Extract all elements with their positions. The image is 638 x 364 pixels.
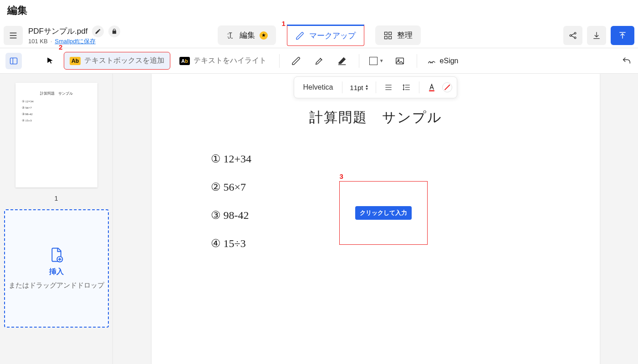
stepper-arrows-icon: ▲▼ [365,84,369,91]
file-name: PDFサンプル.pdf [28,26,87,36]
file-size: 101 KB [28,38,48,45]
chevron-down-icon: ▼ [379,58,384,63]
divider [342,81,342,93]
eraser-tool[interactable] [332,51,352,71]
new-textbox-annotation[interactable]: 3 クリックして入力 [339,181,428,245]
ab-badge-icon: Ab [70,57,81,65]
topbar: PDFサンプル.pdf 101 KB · Smallpdfに保存 編集 ★ 1 … [0,23,638,48]
download-button[interactable] [587,26,606,45]
no-fill-tool[interactable] [442,82,452,92]
panel-icon [9,56,18,66]
select-tool[interactable] [40,53,60,69]
rename-button[interactable] [92,25,104,37]
svg-rect-5 [384,36,387,39]
workspace: 計算問題 サンプル ① 12+34 ② 56×7 ③ 98-42 ④ 15÷3 … [0,74,638,364]
page-thumbnail[interactable]: 計算問題 サンプル ① 12+34 ② 56×7 ③ 98-42 ④ 15÷3 [15,83,97,187]
panel-toggle-button[interactable] [5,53,22,69]
square-icon [369,57,378,65]
signature-icon [427,56,436,66]
align-icon [384,83,393,92]
download-icon [592,31,601,40]
lock-icon [111,28,117,35]
undo-icon [622,56,632,66]
add-textbox-tool[interactable]: 2 Ab テキストボックスを追加 [64,52,170,70]
esign-label: eSign [440,57,459,65]
highlight-badge-icon: Ab [179,57,190,65]
svg-rect-3 [384,32,387,35]
callout-2: 2 [59,43,62,51]
highlight-tool[interactable]: Ab テキストをハイライト [174,52,272,69]
highlight-label: テキストをハイライト [194,56,266,66]
document-title: 計算問題 サンプル [152,108,600,127]
font-size-value: 11pt [350,84,363,91]
hamburger-icon [8,30,18,40]
markup-toolbar: 2 Ab テキストボックスを追加 Ab テキストをハイライト ▼ eSign [0,48,638,74]
font-select[interactable]: Helvetica [299,81,338,93]
problem-line: ① 12+34 [211,152,600,165]
divider [419,81,419,93]
tab-markup[interactable]: 1 マークアップ [287,25,364,46]
callout-3: 3 [340,172,343,180]
highlighter-icon [314,56,324,66]
pencil-icon [95,28,101,35]
font-size-stepper[interactable]: 11pt ▲▼ [347,82,371,93]
image-icon [395,56,405,66]
page-number: 1 [55,195,58,202]
upload-icon [618,31,627,40]
cursor-icon [46,56,55,66]
page-heading: 編集 [0,0,638,23]
canvas[interactable]: Helvetica 11pt ▲▼ 計算問題 サン [113,74,638,364]
undo-button[interactable] [617,51,636,71]
thumb-line: ④ 15÷3 [22,119,91,122]
tab-edit[interactable]: 編集 ★ [218,25,276,45]
divider [417,54,417,68]
svg-line-10 [572,33,575,35]
divider [279,54,280,68]
text-format-bar: Helvetica 11pt ▲▼ [294,76,458,98]
line-spacing-tool[interactable] [399,80,414,95]
divider [376,81,376,93]
topbar-actions [563,26,634,45]
text-color-icon [427,83,436,92]
file-info: PDFサンプル.pdf 101 KB · Smallpdfに保存 [28,25,120,46]
highlighter-tool[interactable] [310,51,329,71]
insert-page-dropzone[interactable]: 挿入 またはドラッグアンドドロップ [4,209,109,328]
share-icon [568,31,577,40]
star-badge-icon: ★ [260,31,268,40]
tab-organize[interactable]: 整理 [375,25,421,45]
tab-markup-label: マークアップ [309,30,356,41]
lock-button[interactable] [108,25,120,37]
export-button[interactable] [611,26,634,45]
line-spacing-icon [402,83,411,92]
separator-dot: · [51,38,52,45]
thumb-line: ① 12+34 [22,100,91,103]
tab-edit-label: 編集 [240,30,255,40]
share-button[interactable] [563,26,582,45]
menu-button[interactable] [4,26,23,45]
svg-point-7 [570,35,572,36]
image-tool[interactable] [390,51,409,71]
divider [359,54,359,68]
align-tool[interactable] [381,80,396,95]
thumb-title: 計算問題 サンプル [22,91,91,96]
thumb-line: ② 56×7 [22,106,91,110]
pencil-outline-icon [296,31,305,40]
text-edit-icon [226,31,235,40]
shape-tool[interactable]: ▼ [367,54,387,68]
textbox-placeholder-pill[interactable]: クリックして入力 [355,206,412,220]
svg-rect-4 [388,32,391,35]
esign-tool[interactable]: eSign [424,54,461,68]
svg-point-8 [574,32,576,34]
svg-rect-12 [10,58,17,64]
thumb-line: ③ 98-42 [22,112,91,116]
insert-subtitle: またはドラッグアンドドロップ [9,281,104,290]
svg-point-9 [574,37,576,39]
freehand-draw-tool[interactable] [287,51,306,71]
insert-title: 挿入 [49,267,64,277]
grid-icon [383,31,393,40]
tab-organize-label: 整理 [397,30,413,40]
text-color-tool[interactable] [424,80,439,95]
pdf-page[interactable]: Helvetica 11pt ▲▼ 計算問題 サン [152,74,600,364]
mode-tabs: 編集 ★ 1 マークアップ 整理 [218,25,421,46]
svg-rect-6 [388,36,391,39]
